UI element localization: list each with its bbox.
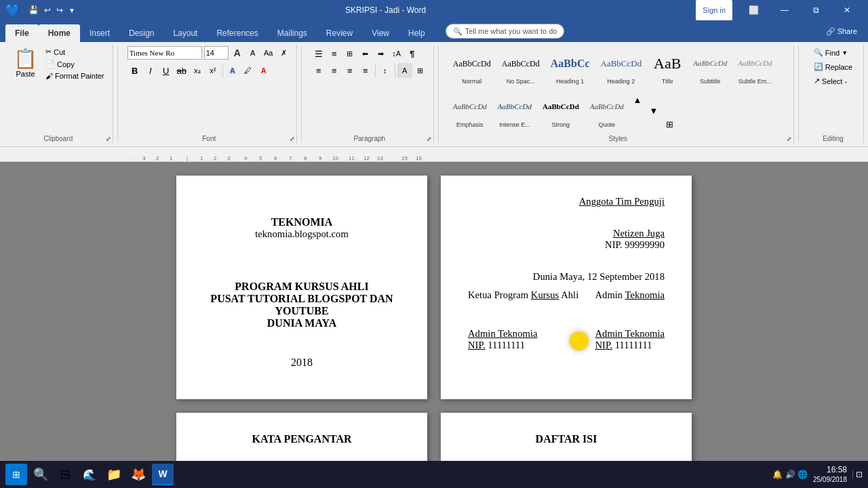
signatories-row: Ketua Program Kursus Ahli Admin Teknomia	[468, 289, 665, 301]
style-quote[interactable]: AaBbCcDd Quote	[585, 89, 629, 131]
anggota-heading: Anggota Tim Penguji	[468, 196, 665, 207]
cut-button[interactable]: ✂ Cut	[43, 46, 107, 58]
start-button[interactable]: ⊞	[5, 464, 27, 485]
borders-button[interactable]: ⊞	[413, 63, 428, 78]
taskbar-files[interactable]: 📁	[103, 464, 125, 485]
clipboard-expand-icon[interactable]: ⤢	[106, 136, 111, 142]
change-case-button[interactable]: Aa	[262, 46, 275, 60]
styles-expand[interactable]: ⊞	[663, 117, 677, 131]
show-formatting-button[interactable]: ¶	[405, 46, 420, 61]
style-intense-preview: AaBbCcDd	[498, 93, 532, 121]
styles-scroll-up[interactable]: ▲	[630, 92, 645, 107]
tab-review[interactable]: Review	[317, 24, 362, 42]
style-title[interactable]: AaB Title	[648, 46, 687, 88]
grow-font-button[interactable]: A	[231, 46, 244, 60]
superscript-button[interactable]: x²	[205, 63, 220, 78]
increase-indent-button[interactable]: ➡	[374, 46, 389, 61]
save-icon[interactable]: 💾	[28, 5, 39, 15]
taskbar-taskview[interactable]: ⊟	[54, 464, 76, 485]
tab-home[interactable]: Home	[39, 24, 80, 42]
close-button[interactable]: ✕	[831, 0, 863, 20]
tab-insert[interactable]: Insert	[80, 24, 119, 42]
copy-icon: 📄	[45, 60, 55, 68]
styles-gallery: AaBbCcDd Normal AaBbCcDd No Spac... AaBb…	[448, 46, 788, 131]
taskbar-word[interactable]: W	[152, 464, 174, 485]
numbering-button[interactable]: ≡	[327, 46, 342, 61]
style-subtle[interactable]: AaBbCcDd Subtle Em...	[733, 46, 776, 88]
org-brand: TEKNOMIA teknomia.blogspot.com	[203, 216, 400, 240]
font-label: Font	[202, 135, 216, 142]
tab-mailings[interactable]: Mailings	[268, 24, 317, 42]
tab-design[interactable]: Design	[119, 24, 163, 42]
shading-button[interactable]: A	[397, 63, 412, 78]
undo-icon[interactable]: ↩	[44, 5, 51, 15]
tab-references[interactable]: References	[207, 24, 267, 42]
show-desktop[interactable]: ⊡	[852, 470, 863, 479]
text-effects-button[interactable]: A	[225, 63, 240, 78]
paragraph-expand-icon[interactable]: ⤢	[427, 136, 432, 142]
netizen-name: Netizen Juga	[468, 228, 665, 239]
tab-layout[interactable]: Layout	[163, 24, 207, 42]
replace-button[interactable]: 🔄 Replace	[810, 60, 856, 73]
font-color-button[interactable]: A	[256, 63, 271, 78]
paste-label: Paste	[16, 70, 35, 78]
tab-help[interactable]: Help	[399, 24, 435, 42]
align-right-button[interactable]: ≡	[342, 63, 357, 78]
decrease-indent-button[interactable]: ⬅	[358, 46, 373, 61]
font-size-select[interactable]	[204, 46, 229, 60]
taskbar-edge[interactable]: 🌊	[79, 464, 100, 485]
share-button[interactable]: 🔗Share	[821, 26, 863, 37]
date-location: Dunia Maya, 12 September 2018	[468, 271, 665, 283]
style-nospace[interactable]: AaBbCcDd No Spac...	[497, 46, 545, 88]
style-h1[interactable]: AaBbCc Heading 1	[546, 46, 595, 88]
styles-expand-icon[interactable]: ⤢	[787, 136, 792, 142]
maximize-button[interactable]: ⧉	[800, 0, 831, 20]
font-format-row: B I U ab x₂ x² A 🖊 A	[127, 63, 271, 78]
copy-button[interactable]: 📄 Copy	[43, 58, 107, 70]
find-icon: 🔍	[814, 48, 823, 57]
align-center-button[interactable]: ≡	[327, 63, 342, 78]
select-button[interactable]: ↗ Select -	[810, 75, 851, 87]
tab-view[interactable]: View	[362, 24, 399, 42]
highlight-color-button[interactable]: 🖊	[241, 63, 256, 78]
taskbar-search[interactable]: 🔍	[30, 464, 52, 485]
justify-button[interactable]: ≡	[358, 63, 373, 78]
taskbar: ⊞ 🔍 ⊟ 🌊 📁 🦊 W 🔔 🔊 🌐 16:58 25/09/2018 ⊡	[0, 461, 868, 488]
multilevel-list-button[interactable]: ⊞	[342, 46, 357, 61]
subscript-button[interactable]: x₂	[190, 63, 205, 78]
find-button[interactable]: 🔍 Find ▼	[810, 46, 852, 59]
search-box[interactable]: 🔍 Tell me what you want to do	[446, 24, 565, 39]
format-painter-button[interactable]: 🖌 Format Painter	[43, 70, 107, 81]
taskbar-firefox[interactable]: 🦊	[127, 464, 149, 485]
redo-icon[interactable]: ↪	[56, 5, 63, 15]
style-strong[interactable]: AaBbCcDd Strong	[538, 89, 584, 131]
bold-button[interactable]: B	[127, 63, 142, 78]
align-left-button[interactable]: ≡	[311, 63, 326, 78]
styles-scroll-down[interactable]: ▼	[646, 103, 661, 118]
shrink-font-button[interactable]: A	[246, 46, 260, 60]
font-family-select[interactable]	[127, 46, 202, 60]
style-emphasis[interactable]: AaBbCcDd Emphasis	[448, 89, 492, 131]
style-normal[interactable]: AaBbCcDd Normal	[448, 46, 496, 88]
document-area[interactable]: Anggota Tim Penguji TEKNOMIA teknomia.bl…	[0, 162, 868, 488]
style-intense[interactable]: AaBbCcDd Intense E...	[493, 89, 536, 131]
restore-button[interactable]: ⬜	[738, 0, 769, 20]
underline-button[interactable]: U	[159, 63, 174, 78]
signin-button[interactable]: Sign in	[696, 0, 732, 20]
font-expand-icon[interactable]: ⤢	[290, 136, 295, 142]
bullets-button[interactable]: ☰	[311, 46, 326, 61]
paste-button[interactable]: 📋 Paste	[9, 46, 41, 79]
line-spacing-button[interactable]: ↕	[378, 63, 393, 78]
tab-file[interactable]: File	[5, 24, 39, 42]
clear-format-button[interactable]: ✗	[277, 46, 291, 60]
replace-icon: 🔄	[814, 62, 823, 71]
ketua-label: Ketua Program Kursus Ahli	[468, 289, 578, 301]
style-h2[interactable]: AaBbCcDd Heading 2	[596, 46, 647, 88]
minimize-button[interactable]: —	[769, 0, 800, 20]
italic-button[interactable]: I	[143, 63, 158, 78]
strikethrough-button[interactable]: ab	[174, 63, 189, 78]
style-subtitle[interactable]: AaBbCcDd Subtitle	[688, 46, 732, 88]
font-family-row: A A Aa ✗	[127, 46, 291, 60]
sort-button[interactable]: ↕A	[389, 46, 404, 61]
customize-icon[interactable]: ▼	[68, 7, 75, 14]
